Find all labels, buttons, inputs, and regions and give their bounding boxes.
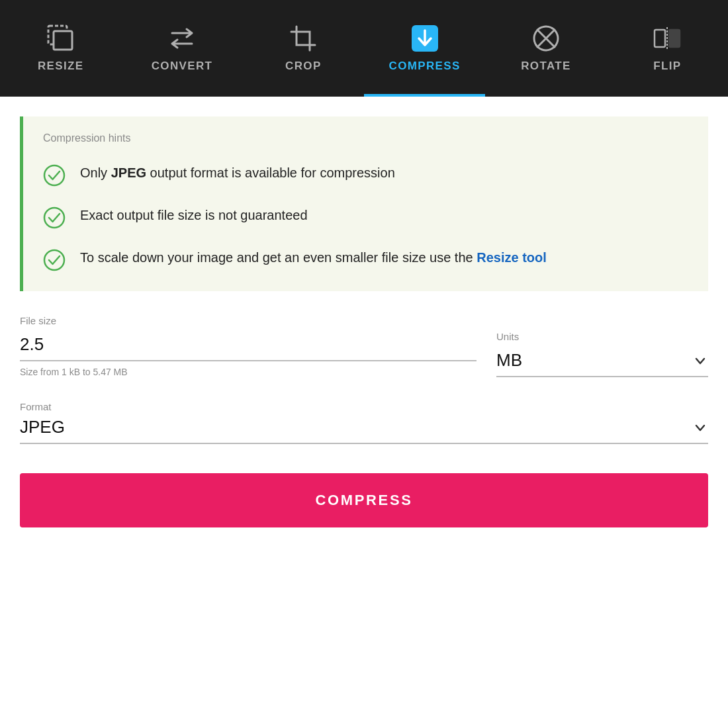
crop-label: CROP: [285, 60, 322, 73]
compress-label: COMPRESS: [389, 60, 461, 73]
flip-icon: [653, 24, 682, 53]
hint-text-3: To scale down your image and get an even…: [80, 248, 547, 267]
convert-icon: [167, 24, 197, 53]
nav-item-resize[interactable]: RESIZE: [0, 0, 121, 97]
compress-icon: [410, 24, 439, 53]
convert-label: CONVERT: [152, 60, 213, 73]
units-value: MB: [496, 350, 692, 371]
svg-rect-1: [54, 31, 72, 50]
file-size-row: File size Size from 1 kB to 5.47 MB Unit…: [20, 315, 708, 377]
svg-point-11: [44, 250, 64, 270]
svg-point-9: [44, 165, 64, 185]
format-label: Format: [20, 401, 52, 412]
nav-item-crop[interactable]: CROP: [243, 0, 364, 97]
format-value: JPEG: [20, 417, 692, 437]
nav-item-rotate[interactable]: ROTATE: [485, 0, 606, 97]
hint-item-1: Only JPEG output format is available for…: [43, 163, 688, 187]
svg-rect-7: [669, 30, 680, 47]
file-size-hint: Size from 1 kB to 5.47 MB: [20, 367, 477, 377]
hints-box: Compression hints Only JPEG output forma…: [20, 116, 708, 291]
rotate-icon: [531, 24, 561, 53]
check-icon-3: [43, 249, 66, 271]
hint-text-2: Exact output file size is not guaranteed: [80, 205, 308, 225]
resize-label: RESIZE: [38, 60, 84, 73]
flip-label: FLIP: [653, 60, 681, 73]
resize-icon: [46, 24, 75, 53]
units-label: Units: [496, 331, 708, 342]
hint-item-2: Exact output file size is not guaranteed: [43, 205, 688, 229]
svg-point-10: [44, 208, 64, 228]
nav-item-compress[interactable]: COMPRESS: [364, 0, 485, 97]
check-icon-2: [43, 206, 66, 229]
format-select-wrapper[interactable]: JPEG: [20, 413, 708, 444]
units-group: Units MB: [496, 331, 708, 377]
file-size-input[interactable]: [20, 330, 477, 361]
hints-title: Compression hints: [43, 132, 688, 144]
crop-icon: [289, 24, 318, 53]
file-size-label: File size: [20, 315, 477, 326]
rotate-label: ROTATE: [521, 60, 571, 73]
check-icon-1: [43, 164, 66, 187]
hint-text-1: Only JPEG output format is available for…: [80, 163, 395, 183]
svg-rect-6: [655, 30, 665, 47]
format-section: Format JPEG: [20, 401, 708, 444]
compress-button[interactable]: COMPRESS: [20, 473, 708, 527]
nav-item-convert[interactable]: CONVERT: [121, 0, 242, 97]
units-select-wrapper[interactable]: MB: [496, 346, 708, 377]
units-chevron-icon: [692, 353, 708, 369]
file-size-group: File size Size from 1 kB to 5.47 MB: [20, 315, 477, 377]
hint-item-3: To scale down your image and get an even…: [43, 248, 688, 271]
format-chevron-icon: [692, 420, 708, 435]
main-content: Compression hints Only JPEG output forma…: [0, 116, 728, 547]
resize-tool-link[interactable]: Resize tool: [477, 250, 547, 265]
top-nav: RESIZE CONVERT CROP COMPRESS: [0, 0, 728, 97]
nav-item-flip[interactable]: FLIP: [607, 0, 728, 97]
